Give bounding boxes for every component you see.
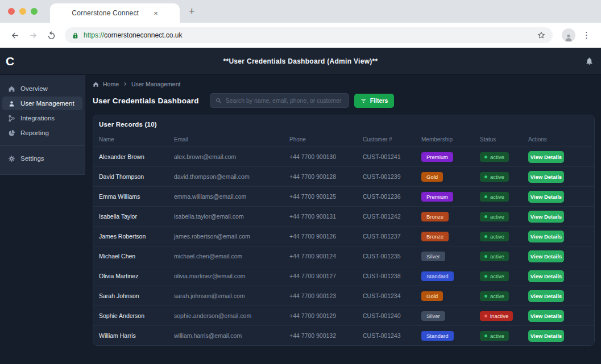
status-dot <box>484 156 487 158</box>
status-dot <box>484 215 487 218</box>
user-email: james.robertson@email.com <box>174 233 289 240</box>
lock-icon <box>72 32 79 39</box>
view-details-button[interactable]: View Details <box>528 250 564 262</box>
status-label: active <box>490 233 504 240</box>
tab-title: Cornerstone Connect <box>72 9 139 17</box>
user-email: michael.chen@email.com <box>174 253 289 260</box>
view-details-button[interactable]: View Details <box>528 191 564 203</box>
customer-number: CUST-001235 <box>363 253 421 260</box>
table-row: Sarah Johnson sarah.johnson@email.com +4… <box>93 286 594 306</box>
status-badge: active <box>480 271 509 281</box>
window-close-button[interactable] <box>8 8 15 15</box>
browser-profile-avatar[interactable] <box>562 28 575 42</box>
url-input[interactable]: https:// cornerstoneconnect.co.uk <box>65 27 553 43</box>
browser-tab[interactable]: Cornerstone Connect × <box>50 3 180 23</box>
user-email: sarah.johnson@email.com <box>174 292 289 299</box>
window-zoom-button[interactable] <box>31 8 38 15</box>
bookmark-star-icon[interactable] <box>537 31 546 40</box>
view-details-button[interactable]: View Details <box>528 231 564 242</box>
search-input[interactable] <box>226 97 343 104</box>
column-header-status: Status <box>480 136 528 143</box>
branch-icon <box>8 115 15 122</box>
status-dot <box>484 334 487 337</box>
window-minimize-button[interactable] <box>19 8 26 15</box>
app-header: C **User Credentials Dashboard (Admin Vi… <box>0 48 601 75</box>
user-phone: +44 7700 900124 <box>289 253 363 260</box>
user-phone: +44 7700 900128 <box>289 173 363 180</box>
view-details-button[interactable]: View Details <box>528 310 564 322</box>
sidebar-item-settings[interactable]: Settings <box>2 152 82 165</box>
sidebar-item-label: Settings <box>20 155 44 162</box>
status-label: active <box>490 273 504 279</box>
user-records-card: User Records (10) Name Email Phone Custo… <box>93 115 595 346</box>
column-header-actions: Actions <box>528 136 594 143</box>
bell-icon[interactable] <box>585 57 594 65</box>
user-name: James Robertson <box>99 233 174 240</box>
status-badge: active <box>480 331 509 341</box>
user-email: isabella.taylor@email.com <box>174 213 289 220</box>
filters-button[interactable]: Filters <box>354 94 395 108</box>
browser-tab-strip: Cornerstone Connect × + <box>0 0 601 23</box>
table-header-row: Name Email Phone Customer # Membership S… <box>93 132 594 147</box>
url-host: cornerstoneconnect.co.uk <box>104 31 182 39</box>
forward-icon[interactable] <box>25 27 41 43</box>
membership-badge: Gold <box>421 172 443 182</box>
user-name: Sophie Anderson <box>99 312 174 319</box>
user-name: William Harris <box>99 332 174 339</box>
customer-number: CUST-001234 <box>363 292 421 299</box>
tab-close-icon[interactable]: × <box>154 10 158 17</box>
user-phone: +44 7700 900127 <box>289 273 363 279</box>
view-details-button[interactable]: View Details <box>528 171 564 183</box>
status-label: active <box>490 154 504 160</box>
membership-badge: Gold <box>421 291 443 301</box>
page-title: User Credentials Dashboard <box>93 97 199 105</box>
sidebar-item-overview[interactable]: Overview <box>2 82 82 95</box>
status-badge: active <box>480 192 509 202</box>
sidebar-item-reporting[interactable]: Reporting <box>2 126 82 140</box>
status-badge: active <box>480 252 509 261</box>
status-dot <box>484 315 487 317</box>
browser-menu-icon[interactable]: ⋮ <box>579 30 594 40</box>
status-dot <box>484 235 487 238</box>
table-row: Alexander Brown alex.brown@email.com +44… <box>93 147 594 166</box>
user-email: emma.williams@email.com <box>174 193 289 200</box>
user-phone: +44 7700 900130 <box>289 153 363 160</box>
sidebar-item-user-management[interactable]: User Management <box>2 97 82 110</box>
table-row: David Thompson david.thompson@email.com … <box>93 166 594 186</box>
customer-number: CUST-001241 <box>363 153 421 160</box>
view-details-button[interactable]: View Details <box>528 290 564 302</box>
gear-icon <box>8 155 15 162</box>
table-row: Emma Williams emma.williams@email.com +4… <box>93 186 594 206</box>
view-details-button[interactable]: View Details <box>528 211 564 223</box>
view-details-button[interactable]: View Details <box>528 330 564 342</box>
reload-icon[interactable] <box>43 27 59 43</box>
sidebar-item-integrations[interactable]: Integrations <box>2 111 82 125</box>
column-header-phone: Phone <box>289 136 363 143</box>
user-name: David Thompson <box>99 173 174 180</box>
back-icon[interactable] <box>7 27 23 43</box>
user-name: Emma Williams <box>99 193 174 200</box>
filter-icon <box>360 98 367 104</box>
status-badge: active <box>480 172 509 182</box>
column-header-membership: Membership <box>421 136 480 143</box>
status-dot <box>484 295 487 298</box>
user-phone: +44 7700 900132 <box>289 332 363 339</box>
view-details-button[interactable]: View Details <box>528 151 564 163</box>
view-details-button[interactable]: View Details <box>528 270 564 282</box>
table-row: Olivia Martinez olivia.martinez@email.co… <box>93 266 594 286</box>
user-phone: +44 7700 900131 <box>289 213 363 220</box>
new-tab-icon[interactable]: + <box>189 6 195 18</box>
user-email: alex.brown@email.com <box>174 153 289 160</box>
sidebar-item-label: Reporting <box>20 129 49 136</box>
user-email: sophie.anderson@email.com <box>174 312 289 319</box>
table-row: James Robertson james.robertson@email.co… <box>93 226 594 246</box>
membership-badge: Premium <box>421 192 453 202</box>
membership-badge: Silver <box>421 311 445 321</box>
breadcrumb-home[interactable]: Home <box>103 81 119 87</box>
main-content: Home User Management User Credentials Da… <box>86 75 601 346</box>
search-box <box>210 93 349 108</box>
user-email: david.thompson@email.com <box>174 173 289 180</box>
home-icon <box>8 85 15 93</box>
user-name: Isabella Taylor <box>99 213 174 220</box>
customer-number: CUST-001242 <box>363 213 421 220</box>
